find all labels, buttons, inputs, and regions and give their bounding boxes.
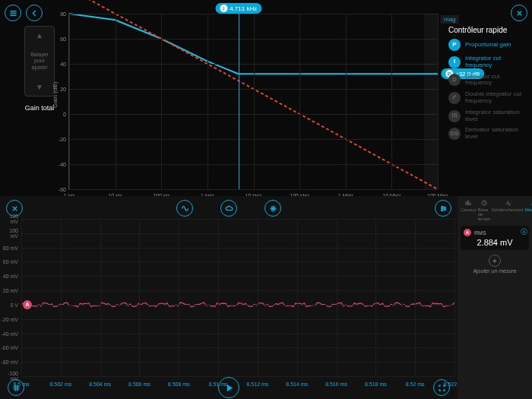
- sidebar-tab-3[interactable]: Measure: [525, 199, 532, 221]
- sidebar-tab-0[interactable]: Canaux: [461, 199, 477, 221]
- sidebar-tab-1[interactable]: Base de temps: [478, 199, 490, 221]
- grid-icon[interactable]: [8, 379, 24, 396]
- settings-sliders-icon[interactable]: [435, 200, 451, 217]
- sidebar-tabs[interactable]: CanauxBase de tempsDéclenchementMeasure: [461, 199, 529, 221]
- ctrl-item-is[interactable]: ISIntegrator saturation level: [448, 109, 524, 123]
- bode-plot[interactable]: Gain (dB) Fréquence mag 806040200-20-40-…: [68, 14, 438, 190]
- ctrl-item-d[interactable]: DDerivator cut frequency: [448, 74, 524, 87]
- stepper-hint: Balayer pour ajuster: [25, 44, 54, 78]
- gain-stepper[interactable]: ▲ Balayer pour ajuster ▼: [24, 26, 55, 97]
- controller-panel: Contrôleur rapide PProportional gainIInt…: [448, 26, 524, 145]
- spark-icon[interactable]: [264, 200, 281, 217]
- marker-integrator[interactable]: I4.711 kHz: [215, 3, 261, 14]
- close-button[interactable]: [511, 5, 527, 21]
- scope-plot[interactable]: 120 mV100 mV80 mV60 mV40 mV20 mV0 V-20 m…: [21, 219, 454, 376]
- bode-panel: ▲ Balayer pour ajuster ▼ Gain total Gain…: [3, 3, 529, 193]
- play-button[interactable]: [218, 377, 239, 398]
- cloud-icon[interactable]: [220, 200, 237, 217]
- measurement-value: 2.884 mV: [464, 238, 526, 247]
- channel-badge: A: [464, 229, 471, 236]
- fullscreen-icon[interactable]: [433, 379, 450, 396]
- ctrl-item-ds[interactable]: DSDerivator saturation level: [448, 127, 524, 141]
- plus-icon: +: [489, 255, 501, 267]
- measure-sidebar: CanauxBase de tempsDéclenchementMeasure …: [458, 196, 532, 399]
- back-button[interactable]: [26, 5, 43, 21]
- mag-tag: mag: [441, 15, 459, 24]
- stepper-up-icon[interactable]: ▲: [36, 27, 43, 44]
- measurement-card[interactable]: ⓧ A RMS 2.884 mV: [461, 226, 529, 250]
- scope-panel: 120 mV100 mV80 mV60 mV40 mV20 mV0 V-20 m…: [0, 196, 532, 399]
- stepper-down-icon[interactable]: ▼: [36, 78, 43, 96]
- scope-channel-badge[interactable]: A: [23, 300, 32, 309]
- menu-button[interactable]: [5, 5, 21, 21]
- ctrl-item-p[interactable]: PProportional gain: [448, 39, 524, 51]
- measurement-close-icon[interactable]: ⓧ: [521, 227, 527, 237]
- add-measurement-label: Ajouter un mesure: [473, 268, 516, 274]
- bode-ylabel: Gain (dB): [52, 81, 59, 107]
- ctrl-item-i[interactable]: IIntegrator cut frequency: [448, 55, 524, 69]
- add-measurement-button[interactable]: + Ajouter un mesure: [461, 255, 529, 274]
- waveform-icon[interactable]: [176, 200, 193, 217]
- ctrl-item-i²[interactable]: I²Double integrator cut frequency: [448, 91, 524, 105]
- gain-total-label: Gain total: [24, 104, 55, 112]
- measurement-name: RMS: [474, 230, 486, 236]
- controller-title: Contrôleur rapide: [448, 26, 524, 34]
- sidebar-tab-2[interactable]: Déclenchement: [492, 199, 524, 221]
